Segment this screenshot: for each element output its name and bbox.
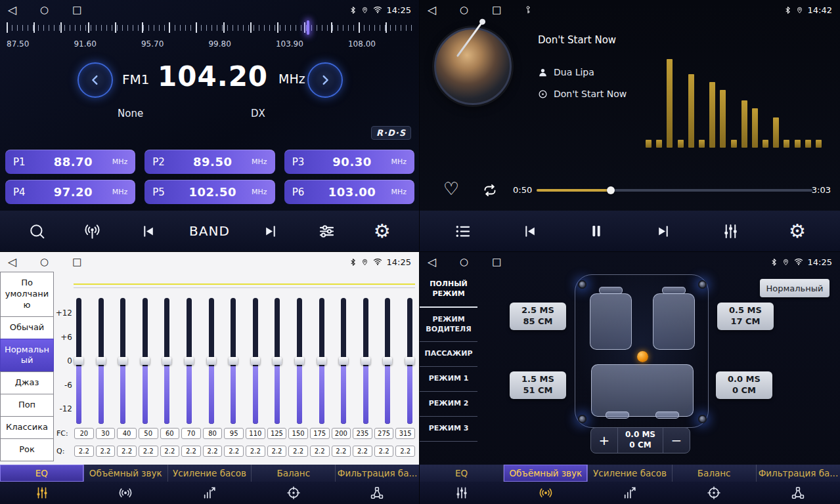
player-progress-thumb[interactable]: [607, 186, 615, 194]
playlist-button[interactable]: [448, 222, 477, 240]
preset-button-p1[interactable]: P1 88.70 MHz: [5, 150, 135, 174]
delay-increase-button[interactable]: +: [591, 428, 617, 453]
recents-button[interactable]: □: [72, 257, 81, 267]
eq-band-slider[interactable]: [340, 298, 347, 424]
eq-sliders-icon[interactable]: [420, 482, 504, 504]
eq-slider-handle[interactable]: [383, 357, 392, 365]
audio-settings-button[interactable]: [716, 222, 745, 240]
preset-button-p4[interactable]: P4 97.20 MHz: [5, 180, 135, 204]
eq-slider-handle[interactable]: [207, 357, 216, 365]
tune-up-button[interactable]: [307, 62, 343, 98]
eq-slider-handle[interactable]: [273, 357, 282, 365]
home-button[interactable]: ○: [460, 5, 468, 15]
eq-band-slider[interactable]: [163, 298, 171, 424]
eq-slider-handle[interactable]: [295, 357, 304, 365]
front-right-delay-chip[interactable]: 0.5 MS 17 CM: [717, 303, 774, 330]
eq-preset-item[interactable]: Поп: [0, 394, 54, 417]
home-button[interactable]: ○: [40, 5, 49, 15]
audio-settings-button[interactable]: [312, 222, 341, 240]
eq-band-slider[interactable]: [119, 298, 127, 424]
eq-slider-handle[interactable]: [339, 357, 348, 365]
eq-slider-handle[interactable]: [97, 357, 106, 365]
eq-band-slider[interactable]: [75, 298, 83, 424]
front-left-delay-chip[interactable]: 2.5 MS 85 CM: [510, 303, 566, 330]
recents-button[interactable]: □: [492, 5, 501, 15]
surround-mode-item[interactable]: РЕЖИМ ВОДИТЕЛЯ: [420, 308, 477, 343]
tuner-indicator[interactable]: [307, 20, 309, 35]
front-left-speaker-icon[interactable]: [578, 280, 586, 289]
settings-gear-button[interactable]: ⚙: [783, 222, 812, 241]
eq-slider-handle[interactable]: [405, 357, 414, 365]
favorite-button[interactable]: ♡: [443, 178, 459, 199]
audio-tab-eq-sliders[interactable]: EQ: [420, 465, 504, 482]
rear-left-delay-chip[interactable]: 1.5 MS 51 CM: [510, 371, 566, 399]
back-button[interactable]: ◁: [8, 5, 16, 16]
eq-slider-handle[interactable]: [118, 357, 127, 365]
eq-slider-handle[interactable]: [141, 357, 150, 365]
rear-right-delay-chip[interactable]: 0.0 MS 0 CM: [716, 371, 772, 399]
surround-mode-item[interactable]: РЕЖИМ 1: [420, 367, 477, 392]
audio-tab-balance-target[interactable]: Баланс: [252, 465, 336, 482]
back-button[interactable]: ◁: [8, 257, 16, 268]
eq-preset-item[interactable]: Джаз: [0, 371, 54, 394]
audio-tab-eq-sliders[interactable]: EQ: [0, 465, 84, 482]
tuner-frequency-scale[interactable]: 87.50 91.60 95.70 99.80 103.90 108.00: [7, 22, 412, 52]
eq-preset-item[interactable]: Рок: [0, 438, 54, 461]
eq-preset-item[interactable]: По умолчанию: [0, 272, 54, 317]
repeat-button[interactable]: [482, 182, 498, 201]
eq-sliders-icon[interactable]: [0, 482, 84, 504]
eq-slider-handle[interactable]: [251, 357, 260, 365]
album-art[interactable]: [434, 28, 517, 110]
settings-gear-button[interactable]: ⚙: [368, 222, 397, 241]
eq-slider-handle[interactable]: [74, 357, 83, 365]
bass-boost-icon[interactable]: [167, 482, 252, 504]
eq-preset-item[interactable]: Нормальный: [0, 339, 54, 373]
progress-bar[interactable]: [537, 189, 812, 192]
eq-band-slider[interactable]: [296, 298, 303, 424]
pause-button[interactable]: [582, 222, 611, 240]
audio-tab-crossover-filter[interactable]: Фильтрация ба...: [336, 465, 419, 482]
home-button[interactable]: ○: [40, 257, 49, 267]
seek-previous-button[interactable]: [133, 223, 162, 240]
recents-button[interactable]: □: [492, 257, 501, 267]
surround-mode-item[interactable]: ПАССАЖИР: [420, 342, 477, 367]
audio-tab-crossover-filter[interactable]: Фильтрация ба...: [757, 465, 840, 482]
front-right-speaker-icon[interactable]: [698, 280, 707, 289]
scan-button[interactable]: [22, 222, 51, 240]
surround-speaker-icon[interactable]: [504, 482, 588, 504]
band-button[interactable]: BAND: [189, 223, 230, 239]
tune-down-button[interactable]: [77, 62, 113, 98]
eq-slider-handle[interactable]: [317, 357, 326, 365]
key-icon[interactable]: [525, 5, 531, 14]
balance-target-icon[interactable]: [672, 482, 756, 504]
rear-right-speaker-icon[interactable]: [698, 415, 707, 423]
surround-preset-button[interactable]: Нормальный: [760, 279, 829, 297]
eq-preset-item[interactable]: Классика: [0, 416, 54, 439]
next-track-button[interactable]: [649, 223, 678, 240]
eq-slider-handle[interactable]: [229, 357, 238, 365]
crossover-filter-icon[interactable]: [335, 482, 419, 504]
audio-tab-bass-boost[interactable]: Усиление басов: [588, 465, 672, 482]
audio-tab-balance-target[interactable]: Баланс: [673, 465, 757, 482]
eq-band-slider[interactable]: [252, 298, 259, 424]
surround-mode-item[interactable]: РЕЖИМ 3: [420, 417, 477, 442]
eq-band-slider[interactable]: [384, 298, 391, 424]
eq-band-slider[interactable]: [185, 298, 193, 424]
surround-speaker-icon[interactable]: [84, 482, 168, 504]
surround-mode-item[interactable]: ПОЛНЫЙ РЕЖИМ: [420, 272, 477, 308]
recents-button[interactable]: □: [72, 5, 81, 15]
delay-decrease-button[interactable]: −: [663, 428, 690, 453]
eq-band-slider[interactable]: [97, 298, 105, 424]
crossover-filter-icon[interactable]: [756, 482, 840, 504]
eq-band-slider[interactable]: [318, 298, 326, 424]
audio-tab-surround-speaker[interactable]: Объёмный звук: [84, 465, 168, 482]
audio-tab-surround-speaker[interactable]: Объёмный звук: [504, 465, 588, 482]
preset-button-p5[interactable]: P5 102.50 MHz: [144, 180, 275, 204]
broadcast-button[interactable]: [78, 222, 107, 240]
preset-button-p2[interactable]: P2 89.50 MHz: [144, 150, 275, 174]
back-button[interactable]: ◁: [428, 5, 436, 16]
rear-left-speaker-icon[interactable]: [578, 415, 586, 423]
previous-track-button[interactable]: [515, 223, 544, 240]
eq-band-slider[interactable]: [273, 298, 281, 424]
seek-next-button[interactable]: [256, 223, 285, 240]
